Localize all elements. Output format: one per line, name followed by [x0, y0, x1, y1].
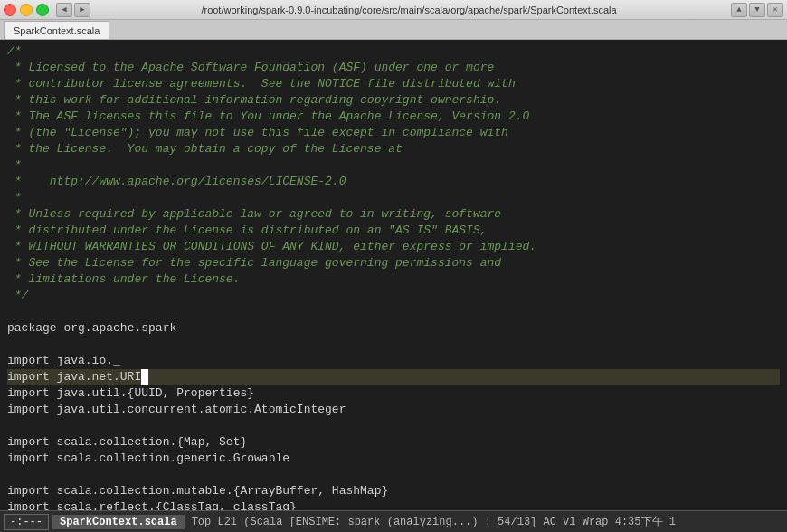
code-line: /*: [7, 43, 780, 60]
tab-bar: SparkContext.scala: [0, 20, 787, 40]
code-line: [7, 418, 780, 434]
code-line: * distributed under the License is distr…: [7, 223, 780, 239]
code-line: * The ASF licenses this file to You unde…: [7, 109, 780, 125]
title-bar: ◀ ▶ /root/working/spark-0.9.0-incubating…: [0, 0, 787, 20]
scroll-up-button[interactable]: ▲: [731, 3, 747, 17]
code-line: package org.apache.spark: [7, 320, 780, 337]
back-button[interactable]: ◀: [56, 3, 72, 17]
code-line: * (the "License"); you may not use this …: [7, 125, 780, 141]
code-line: import scala.reflect.{ClassTag, classTag…: [7, 499, 780, 510]
code-line: * WITHOUT WARRANTIES OR CONDITIONS OF AN…: [7, 239, 780, 255]
code-line: */: [7, 288, 780, 304]
window-title: /root/working/spark-0.9.0-incubating/cor…: [94, 5, 724, 15]
close-window-button[interactable]: ✕: [767, 3, 783, 17]
code-line: * See the License for the specific langu…: [7, 255, 780, 271]
status-bar: -:--- SparkContext.scala Top L21 (Scala …: [0, 510, 787, 532]
maximize-button[interactable]: [36, 4, 49, 16]
scroll-down-button[interactable]: ▼: [749, 3, 765, 17]
code-line: [7, 467, 780, 483]
code-line: *: [7, 190, 780, 206]
navigation-buttons[interactable]: ◀ ▶: [56, 3, 90, 17]
code-line: [7, 337, 780, 353]
title-bar-right[interactable]: ▲ ▼ ✕: [731, 3, 783, 17]
code-line: * the License. You may obtain a copy of …: [7, 141, 780, 157]
forward-button[interactable]: ▶: [74, 3, 90, 17]
code-line: [7, 304, 780, 320]
status-info: Top L21 (Scala [ENSIME: spark (analyzing…: [192, 516, 641, 528]
status-suffix: 下午 1: [641, 514, 676, 529]
code-line: *: [7, 157, 780, 174]
code-line: import java.util.concurrent.atomic.Atomi…: [7, 402, 780, 418]
code-line: * contributor license agreements. See th…: [7, 76, 780, 92]
code-line: import scala.collection.mutable.{ArrayBu…: [7, 483, 780, 499]
status-filename: SparkContext.scala: [52, 515, 185, 529]
code-editor[interactable]: /* * Licensed to the Apache Software Fou…: [0, 40, 787, 510]
editor-mode: -:---: [4, 514, 49, 530]
code-line: import scala.collection.{Map, Set}: [7, 434, 780, 451]
code-line: * Licensed to the Apache Software Founda…: [7, 60, 780, 76]
window-controls[interactable]: [4, 4, 49, 16]
highlighted-line: import java.net.URI: [7, 369, 780, 385]
file-tab[interactable]: SparkContext.scala: [4, 21, 109, 39]
minimize-button[interactable]: [20, 4, 33, 16]
code-line: * this work for additional information r…: [7, 92, 780, 109]
code-line: import java.util.{UUID, Properties}: [7, 385, 780, 402]
code-line: import scala.collection.generic.Growable: [7, 451, 780, 467]
code-line: import java.io._: [7, 353, 780, 369]
close-button[interactable]: [4, 4, 16, 16]
code-line: * limitations under the License.: [7, 271, 780, 288]
code-line: * http://www.apache.org/licenses/LICENSE…: [7, 174, 780, 190]
code-line: * Unless required by applicable law or a…: [7, 206, 780, 223]
